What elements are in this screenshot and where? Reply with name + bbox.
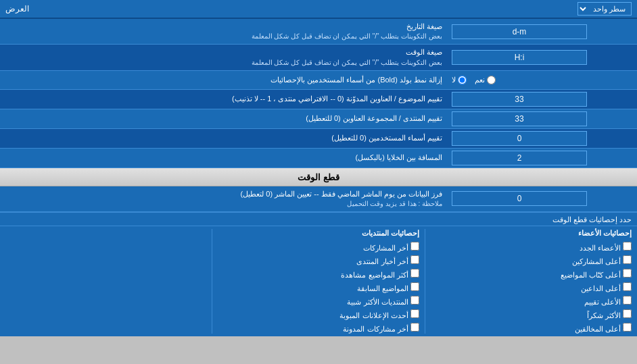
forum-group-row: تقييم المنتدى / المجموعة العناوين (0 للت…	[0, 109, 637, 129]
cb-top-givers[interactable]	[623, 282, 632, 291]
display-select[interactable]: سطر واحدسطرينثلاثة أسطر	[577, 2, 632, 16]
forum-group-label: تقييم المنتدى / المجموعة العناوين (0 للت…	[5, 113, 442, 124]
section-header-text: قطع الوقت	[298, 172, 339, 182]
col2-header: إحصائيات المنتديات	[218, 229, 419, 238]
forum-group-input[interactable]	[452, 111, 587, 126]
radio-yes-label: نعم	[475, 76, 496, 84]
col3-header: إحصائيات الأعضاء	[431, 229, 632, 238]
forum-group-input-cell	[448, 109, 637, 128]
checkbox-column-members: إحصائيات الأعضاء الأعضاء الجدد أعلى المش…	[431, 229, 632, 334]
topic-titles-label-cell: تقييم الموضوع / العناوين المدوّنة (0 -- …	[0, 91, 448, 107]
cb-most-thanked[interactable]	[623, 309, 632, 318]
checkbox-most-similar: المنتديات الأكثر شبية	[218, 296, 419, 307]
checkbox-latest-mentions: أخر مشاركات المدونة	[218, 323, 419, 334]
top-row: سطر واحدسطرينثلاثة أسطر العرض	[0, 0, 637, 19]
time-cut-note: ملاحظة : هذا قد يزيد وقت التحميل	[5, 199, 442, 209]
cb-top-writers[interactable]	[623, 269, 632, 278]
remove-bold-input-cell: نعم لا	[448, 74, 637, 86]
time-format-row: صيغة الوقت بعض التكوينات يتطلب "/" التي …	[0, 45, 637, 70]
forum-group-label-cell: تقييم المنتدى / المجموعة العناوين (0 للت…	[0, 111, 448, 126]
time-format-input[interactable]	[452, 50, 587, 65]
cb-new-members[interactable]	[623, 242, 632, 251]
time-cut-label: فرز البيانات من يوم الماشر الماضي فقط --…	[5, 189, 442, 199]
cb-top-visitors[interactable]	[623, 323, 632, 332]
checkbox-top-writers: أعلى كتّاب المواضيع	[431, 269, 632, 280]
col-divider-1	[425, 229, 425, 334]
date-format-input[interactable]	[452, 24, 587, 39]
checkboxes-header: حدد إحصائيات قطع الوقت	[0, 213, 637, 226]
checkbox-most-viewed: أكثر المواضيع مشاهدة	[218, 269, 419, 280]
remove-bold-radio-group: نعم لا	[452, 76, 496, 84]
topic-titles-input-cell	[448, 90, 637, 109]
time-format-label: صيغة الوقت	[5, 47, 442, 57]
time-cut-input-cell	[448, 189, 637, 208]
time-cut-label-cell: فرز البيانات من يوم الماشر الماضي فقط --…	[0, 186, 448, 211]
radio-yes[interactable]	[487, 76, 496, 84]
cb-top-rated[interactable]	[623, 296, 632, 305]
usernames-label: تقييم أسماء المستخدمين (0 للتعطيل)	[5, 133, 442, 143]
cb-most-similar[interactable]	[410, 296, 419, 305]
usernames-row: تقييم أسماء المستخدمين (0 للتعطيل)	[0, 129, 637, 149]
date-format-label: صيغة التاريخ	[5, 22, 442, 32]
checkboxes-section: حدد إحصائيات قطع الوقت إحصائيات الأعضاء …	[0, 212, 637, 336]
checkbox-top-rated: الأعلى تقييم	[431, 296, 632, 307]
checkbox-latest-topics: المواضيع السابقة	[218, 282, 419, 293]
cb-top-posters[interactable]	[623, 255, 632, 264]
radio-no[interactable]	[458, 76, 467, 84]
spacing-input-cell	[448, 149, 637, 167]
checkbox-most-thanked: الأكثر شكراً	[431, 309, 632, 320]
display-label: العرض	[5, 4, 29, 14]
section-header: قطع الوقت	[0, 168, 637, 186]
checkbox-column-forums: إحصائيات المنتديات أخر المشاركات أخر أخب…	[218, 229, 419, 334]
cb-latest-mentions[interactable]	[410, 323, 419, 332]
checkbox-top-visitors: أعلى المخالقين	[431, 323, 632, 334]
topic-titles-label: تقييم الموضوع / العناوين المدوّنة (0 -- …	[5, 94, 442, 104]
time-format-label-cell: صيغة الوقت بعض التكوينات يتطلب "/" التي …	[0, 45, 448, 70]
usernames-input[interactable]	[452, 131, 587, 146]
usernames-label-cell: تقييم أسماء المستخدمين (0 للتعطيل)	[0, 130, 448, 146]
time-format-sublabel: بعض التكوينات يتطلب "/" التي يمكن ان تضا…	[5, 58, 442, 68]
cb-latest-ads[interactable]	[410, 309, 419, 318]
cb-latest-topics[interactable]	[410, 282, 419, 291]
spacing-label-cell: المسافة بين الخلايا (بالبكسل)	[0, 150, 448, 165]
date-format-label-cell: صيغة التاريخ بعض التكوينات يتطلب "/" الت…	[0, 19, 448, 44]
cb-most-viewed[interactable]	[410, 269, 419, 278]
time-format-input-cell	[448, 48, 637, 67]
date-format-row: صيغة التاريخ بعض التكوينات يتطلب "/" الت…	[0, 19, 637, 45]
checkbox-column-right	[5, 229, 206, 334]
checkboxes-grid: إحصائيات الأعضاء الأعضاء الجدد أعلى المش…	[0, 226, 637, 336]
radio-no-label: لا	[452, 76, 467, 84]
remove-bold-row: نعم لا إزالة نمط بولد (Bold) من أسماء ال…	[0, 71, 637, 90]
remove-bold-label: إزالة نمط بولد (Bold) من أسماء المستخدمي…	[5, 75, 442, 85]
date-format-input-cell	[448, 22, 637, 41]
checkbox-top-posters: أعلى المشاركين	[431, 255, 632, 266]
checkbox-top-givers: أعلى الداعين	[431, 282, 632, 293]
remove-bold-label-cell: إزالة نمط بولد (Bold) من أسماء المستخدمي…	[0, 72, 448, 88]
spacing-input[interactable]	[452, 151, 587, 165]
topic-titles-row: تقييم الموضوع / العناوين المدوّنة (0 -- …	[0, 90, 637, 109]
date-format-sublabel: بعض التكوينات يتطلب "/" التي يمكن ان تضا…	[5, 32, 442, 41]
spacing-row: المسافة بين الخلايا (بالبكسل)	[0, 149, 637, 168]
cb-latest-posts[interactable]	[410, 242, 419, 251]
col-divider-2	[212, 229, 212, 334]
cb-forum-news[interactable]	[410, 255, 419, 264]
topic-titles-input[interactable]	[452, 92, 587, 107]
spacing-label: المسافة بين الخلايا (بالبكسل)	[5, 153, 442, 163]
checkbox-forum-news: أخر أخبار المنتدى	[218, 255, 419, 266]
checkboxes-header-text: حدد إحصائيات قطع الوقت	[552, 215, 632, 224]
checkbox-new-members: الأعضاء الجدد	[431, 242, 632, 253]
checkbox-latest-ads: أحدث الإعلانات المبوبة	[218, 309, 419, 320]
main-container: سطر واحدسطرينثلاثة أسطر العرض صيغة التار…	[0, 0, 637, 336]
usernames-input-cell	[448, 129, 637, 148]
checkbox-latest-posts: أخر المشاركات	[218, 242, 419, 253]
time-cut-input[interactable]	[452, 191, 587, 206]
time-cut-row: فرز البيانات من يوم الماشر الماضي فقط --…	[0, 186, 637, 212]
